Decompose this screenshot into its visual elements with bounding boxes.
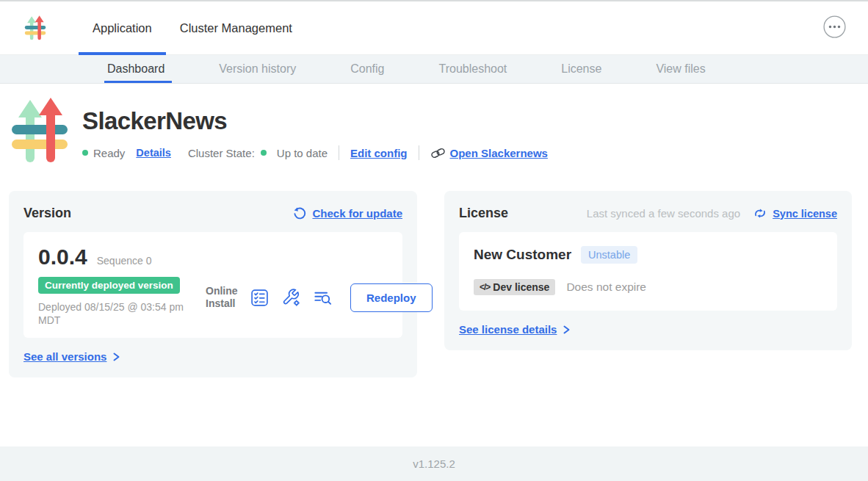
replicated-app-logo-icon xyxy=(24,15,46,40)
console-version-text: v1.125.2 xyxy=(413,458,455,470)
see-license-details-link[interactable]: See license details xyxy=(459,323,557,336)
divider xyxy=(419,145,419,160)
app-header-bar: Application Cluster Management xyxy=(0,1,868,55)
wrench-gear-icon xyxy=(281,288,301,308)
view-config-button[interactable] xyxy=(281,288,301,308)
overflow-menu-button[interactable] xyxy=(823,15,846,40)
subnav-item-license[interactable]: License xyxy=(561,55,601,83)
license-card: License Last synced a few seconds ago Sy… xyxy=(444,191,852,350)
dashboard-cards: Version Check for update 0.0.4 Sequence … xyxy=(0,167,868,377)
edit-config-link[interactable]: Edit config xyxy=(350,147,408,159)
currently-deployed-badge: Currently deployed version xyxy=(38,277,180,294)
divider xyxy=(339,145,339,160)
footer-bar: v1.125.2 xyxy=(0,446,868,481)
install-type-label: Online Install xyxy=(206,285,238,310)
cluster-state-label: Cluster State: xyxy=(188,147,255,159)
ellipsis-icon xyxy=(823,15,846,40)
tab-application[interactable]: Application xyxy=(79,1,166,54)
current-version-panel: 0.0.4 Sequence 0 Currently deployed vers… xyxy=(23,232,402,338)
customer-name: New Customer xyxy=(474,247,571,263)
subnav-license-label: License xyxy=(561,62,601,76)
tab-cluster-management-label: Cluster Management xyxy=(180,21,292,35)
primary-nav: Application Cluster Management xyxy=(79,1,306,54)
app-status-text: Ready xyxy=(93,147,125,159)
view-diff-button[interactable] xyxy=(313,288,333,308)
sync-arrows-icon xyxy=(753,206,767,220)
license-detail-panel: New Customer Unstable </> Dev license Do… xyxy=(459,232,837,311)
version-card: Version Check for update 0.0.4 Sequence … xyxy=(9,191,417,377)
version-sequence: Sequence 0 xyxy=(97,255,152,267)
subnav-version-history-label: Version history xyxy=(219,62,296,76)
version-card-title: Version xyxy=(23,206,71,221)
open-app-label: Open Slackernews xyxy=(450,147,548,159)
app-title-section: SlackerNews Ready Details Cluster State:… xyxy=(0,84,868,167)
file-search-icon xyxy=(313,288,333,308)
license-expiry-text: Does not expire xyxy=(566,281,646,294)
link-chain-icon xyxy=(430,146,446,160)
tab-cluster-management[interactable]: Cluster Management xyxy=(166,1,306,54)
channel-badge: Unstable xyxy=(581,246,637,264)
subnav-item-view-files[interactable]: View files xyxy=(656,55,705,83)
sync-license-link[interactable]: Sync license xyxy=(773,208,837,220)
redeploy-button[interactable]: Redeploy xyxy=(350,283,433,312)
chevron-right-icon xyxy=(112,352,121,362)
license-type-tag: </> Dev license xyxy=(474,279,555,295)
subnav-item-version-history[interactable]: Version history xyxy=(219,55,296,83)
header-spacer xyxy=(306,1,823,54)
checklist-icon xyxy=(250,288,270,308)
preflight-checks-button[interactable] xyxy=(250,288,270,308)
version-number: 0.0.4 xyxy=(38,245,87,270)
deployed-timestamp: Deployed 08/15/25 @ 03:54 pm MDT xyxy=(38,300,198,327)
page-title: SlackerNews xyxy=(82,107,548,135)
subnav-troubleshoot-label: Troubleshoot xyxy=(438,62,507,76)
license-type-label: Dev license xyxy=(493,281,549,293)
tab-application-label: Application xyxy=(93,21,152,35)
chevron-right-icon xyxy=(562,325,571,335)
check-for-update-link[interactable]: Check for update xyxy=(312,207,402,220)
app-status-dot-icon xyxy=(82,150,88,156)
subnav-view-files-label: View files xyxy=(656,62,705,76)
subnav-dashboard-label: Dashboard xyxy=(107,62,164,76)
subnav-item-dashboard[interactable]: Dashboard xyxy=(107,55,164,83)
cluster-status-dot-icon xyxy=(261,150,267,156)
last-synced-text: Last synced a few seconds ago xyxy=(587,207,740,220)
slackernews-app-icon xyxy=(10,98,69,167)
see-all-versions-link[interactable]: See all versions xyxy=(23,350,106,363)
license-card-title: License xyxy=(459,206,508,221)
cluster-state-text: Up to date xyxy=(277,147,328,159)
subnav-config-label: Config xyxy=(350,62,384,76)
code-icon: </> xyxy=(480,282,490,292)
subnav-item-troubleshoot[interactable]: Troubleshoot xyxy=(438,55,507,83)
app-subnav: Dashboard Version history Config Trouble… xyxy=(0,55,868,84)
app-status-row: Ready Details Cluster State: Up to date … xyxy=(82,145,548,160)
open-app-link[interactable]: Open Slackernews xyxy=(430,146,548,160)
refresh-icon xyxy=(293,207,306,220)
subnav-item-config[interactable]: Config xyxy=(350,55,384,83)
status-details-link[interactable]: Details xyxy=(136,147,171,159)
